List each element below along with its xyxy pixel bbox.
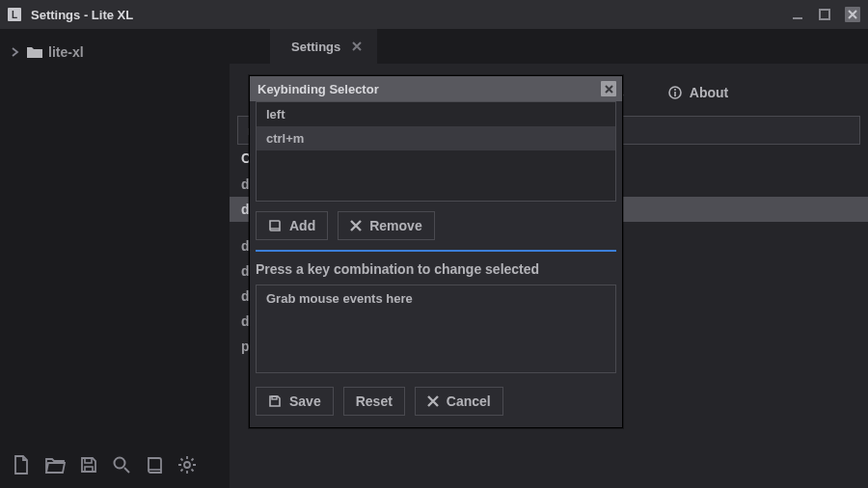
maximize-icon[interactable]: [818, 8, 831, 21]
remove-label: Remove: [369, 218, 421, 233]
doc-tabbar: Settings: [230, 29, 868, 64]
keybinding-list[interactable]: left ctrl+m: [256, 101, 616, 202]
add-label: Add: [289, 218, 315, 233]
svg-rect-11: [272, 396, 277, 399]
cancel-button[interactable]: Cancel: [415, 387, 503, 416]
window-title: Settings - Lite XL: [31, 8, 133, 22]
folder-icon: [27, 45, 42, 59]
reset-button[interactable]: Reset: [343, 387, 405, 416]
svg-rect-1: [820, 10, 829, 19]
app-icon: L: [8, 8, 21, 21]
tab-about[interactable]: About: [655, 85, 742, 110]
titlebar: L Settings - Lite XL: [0, 0, 868, 29]
dialog-title: Keybinding Selector: [258, 82, 379, 96]
svg-point-5: [674, 89, 676, 91]
tree-root-item[interactable]: lite-xl: [0, 41, 230, 64]
tab-label: Settings: [291, 40, 340, 54]
chevron-right-icon: [12, 47, 21, 57]
grab-placeholder: Grab mouse events here: [266, 291, 413, 306]
dialog-close-icon[interactable]: [601, 81, 616, 96]
x-icon: [350, 220, 362, 231]
svg-point-10: [184, 462, 190, 468]
divider-accent: [256, 250, 616, 252]
close-icon[interactable]: [845, 7, 860, 22]
book-icon: [268, 219, 282, 232]
info-icon: [668, 86, 682, 99]
save-button[interactable]: Save: [256, 387, 334, 416]
svg-rect-0: [793, 17, 802, 19]
save-icon[interactable]: [79, 455, 98, 474]
new-file-icon[interactable]: [12, 454, 31, 475]
add-button[interactable]: Add: [256, 211, 328, 240]
prompt-text: Press a key combination to change select…: [256, 261, 616, 277]
open-folder-icon[interactable]: [44, 455, 66, 474]
remove-button[interactable]: Remove: [338, 211, 434, 240]
minimize-icon[interactable]: [791, 8, 804, 21]
keybinding-item[interactable]: left: [257, 102, 615, 126]
svg-rect-6: [674, 92, 676, 96]
tab-close-icon[interactable]: [352, 41, 362, 51]
x-icon: [427, 395, 439, 407]
tab-settings-doc[interactable]: Settings: [270, 29, 377, 64]
save-icon: [268, 394, 282, 408]
grab-input[interactable]: Grab mouse events here: [256, 285, 616, 373]
tree-root-label: lite-xl: [48, 44, 84, 60]
search-icon[interactable]: [112, 455, 131, 474]
reset-label: Reset: [356, 393, 393, 409]
cancel-label: Cancel: [447, 393, 491, 409]
book-icon[interactable]: [145, 455, 164, 474]
bottom-toolbar: [0, 442, 230, 488]
dialog-titlebar: Keybinding Selector: [250, 76, 622, 101]
keybinding-dialog: Keybinding Selector left ctrl+m Add Remo…: [249, 75, 623, 428]
file-tree: lite-xl: [0, 29, 230, 488]
tab-label-about: About: [690, 85, 728, 100]
svg-rect-7: [85, 458, 92, 463]
svg-rect-8: [85, 467, 93, 472]
svg-point-9: [115, 458, 125, 469]
gear-icon[interactable]: [177, 455, 197, 474]
keybinding-item[interactable]: ctrl+m: [257, 126, 615, 150]
save-label: Save: [289, 393, 321, 409]
